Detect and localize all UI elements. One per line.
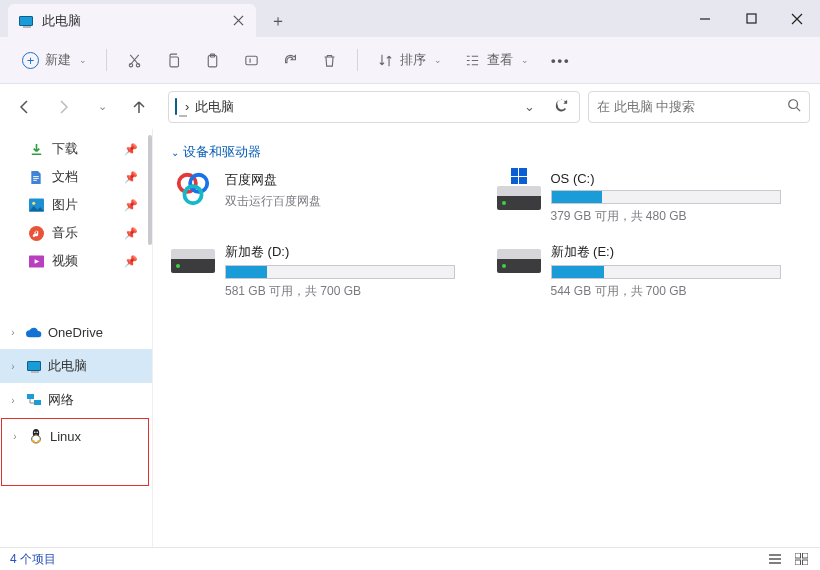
os-drive-icon: [497, 171, 541, 207]
pin-icon: 📌: [124, 255, 138, 268]
section-header-devices[interactable]: ⌄ 设备和驱动器: [171, 143, 802, 161]
breadcrumb-sep: ›: [185, 99, 189, 114]
drive-d[interactable]: 新加卷 (D:) 581 GB 可用，共 700 GB: [171, 243, 477, 300]
status-bar: 4 个项目: [0, 547, 820, 570]
tree-label: 网络: [48, 391, 74, 409]
share-button[interactable]: [274, 44, 307, 76]
baidu-icon: [171, 171, 215, 207]
section-title: 设备和驱动器: [183, 143, 261, 161]
tab-title: 此电脑: [42, 12, 222, 30]
expand-icon[interactable]: ›: [6, 327, 20, 338]
drive-usage-bar: [551, 265, 781, 279]
chevron-down-icon: ⌄: [171, 147, 179, 158]
tab-this-pc[interactable]: 此电脑: [8, 4, 256, 37]
download-icon: [28, 141, 44, 157]
tiles-view-button[interactable]: [792, 552, 810, 566]
paste-button[interactable]: [196, 44, 229, 76]
sidebar-scrollbar[interactable]: [147, 129, 152, 547]
view-label: 查看: [487, 51, 513, 69]
sidebar-item-pictures[interactable]: 图片 📌: [0, 191, 152, 219]
document-icon: [28, 169, 44, 185]
body: 下载 📌 文档 📌 图片 📌 音乐 📌 视频 📌 › OneDrive: [0, 129, 820, 547]
back-button[interactable]: [10, 92, 40, 122]
linux-icon: [28, 428, 44, 444]
plus-circle-icon: +: [22, 52, 39, 69]
svg-rect-23: [795, 560, 801, 565]
expand-icon[interactable]: ›: [8, 431, 22, 442]
pin-icon: 📌: [124, 227, 138, 240]
sidebar-item-videos[interactable]: 视频 📌: [0, 247, 152, 275]
videos-icon: [28, 253, 44, 269]
new-label: 新建: [45, 51, 71, 69]
new-button[interactable]: + 新建 ⌄: [14, 44, 95, 76]
svg-point-16: [34, 431, 36, 433]
close-window-button[interactable]: [774, 0, 820, 37]
recent-button[interactable]: ⌄: [86, 92, 116, 122]
search-box[interactable]: [588, 91, 810, 123]
sort-button[interactable]: 排序 ⌄: [369, 44, 450, 76]
up-button[interactable]: [124, 92, 154, 122]
sidebar-tree-this-pc[interactable]: › 此电脑: [0, 349, 152, 383]
sidebar-item-label: 文档: [52, 168, 78, 186]
sidebar-item-documents[interactable]: 文档 📌: [0, 163, 152, 191]
pin-icon: 📌: [124, 199, 138, 212]
drive-baidu[interactable]: 百度网盘 双击运行百度网盘: [171, 171, 477, 225]
breadcrumb[interactable]: › 此电脑: [185, 98, 509, 116]
close-tab-icon[interactable]: [230, 13, 246, 29]
item-count: 4 个项目: [10, 551, 56, 568]
sidebar-tree-network[interactable]: › 网络: [0, 383, 152, 417]
expand-icon[interactable]: ›: [6, 361, 20, 372]
onedrive-icon: [26, 324, 42, 340]
rename-button[interactable]: [235, 44, 268, 76]
details-view-button[interactable]: [766, 552, 784, 566]
forward-button[interactable]: [48, 92, 78, 122]
more-button[interactable]: •••: [543, 44, 579, 76]
sidebar-tree-onedrive[interactable]: › OneDrive: [0, 315, 152, 349]
svg-point-6: [789, 100, 798, 109]
expand-icon[interactable]: ›: [6, 395, 20, 406]
pc-icon: [175, 99, 177, 114]
sidebar-item-downloads[interactable]: 下载 📌: [0, 135, 152, 163]
svg-line-7: [797, 108, 801, 112]
tree-label: Linux: [50, 429, 81, 444]
drive-title: OS (C:): [551, 171, 803, 186]
drive-subtitle: 544 GB 可用，共 700 GB: [551, 283, 803, 300]
drive-os-c[interactable]: OS (C:) 379 GB 可用，共 480 GB: [497, 171, 803, 225]
minimize-button[interactable]: [682, 0, 728, 37]
navbar: ⌄ › 此电脑 ⌄: [0, 84, 820, 129]
address-dropdown-icon[interactable]: ⌄: [517, 99, 541, 114]
pin-icon: 📌: [124, 143, 138, 156]
hdd-icon: [497, 243, 541, 279]
address-bar[interactable]: › 此电脑 ⌄: [168, 91, 580, 123]
tree-label: OneDrive: [48, 325, 103, 340]
view-button[interactable]: 查看 ⌄: [456, 44, 537, 76]
search-icon[interactable]: [787, 98, 801, 115]
highlight-box: › Linux: [1, 418, 149, 486]
music-icon: [28, 225, 44, 241]
sidebar-item-label: 音乐: [52, 224, 78, 242]
drive-title: 新加卷 (E:): [551, 243, 803, 261]
delete-button[interactable]: [313, 44, 346, 76]
pc-icon: [18, 13, 34, 29]
sidebar-item-music[interactable]: 音乐 📌: [0, 219, 152, 247]
search-input[interactable]: [597, 99, 787, 114]
maximize-button[interactable]: [728, 0, 774, 37]
refresh-button[interactable]: [549, 98, 573, 116]
divider: [357, 49, 358, 71]
new-tab-button[interactable]: ＋: [262, 5, 294, 37]
cut-button[interactable]: [118, 44, 151, 76]
svg-rect-2: [170, 56, 179, 66]
chevron-down-icon: ⌄: [521, 55, 529, 65]
drive-e[interactable]: 新加卷 (E:) 544 GB 可用，共 700 GB: [497, 243, 803, 300]
svg-rect-1: [747, 14, 756, 23]
titlebar: 此电脑 ＋: [0, 0, 820, 37]
chevron-down-icon: ⌄: [79, 55, 87, 65]
pin-icon: 📌: [124, 171, 138, 184]
copy-button[interactable]: [157, 44, 190, 76]
sidebar-item-label: 下载: [52, 140, 78, 158]
svg-rect-22: [802, 553, 808, 558]
drive-subtitle: 581 GB 可用，共 700 GB: [225, 283, 477, 300]
drive-subtitle: 379 GB 可用，共 480 GB: [551, 208, 803, 225]
sidebar-tree-linux[interactable]: › Linux: [2, 419, 148, 453]
svg-rect-24: [802, 560, 808, 565]
